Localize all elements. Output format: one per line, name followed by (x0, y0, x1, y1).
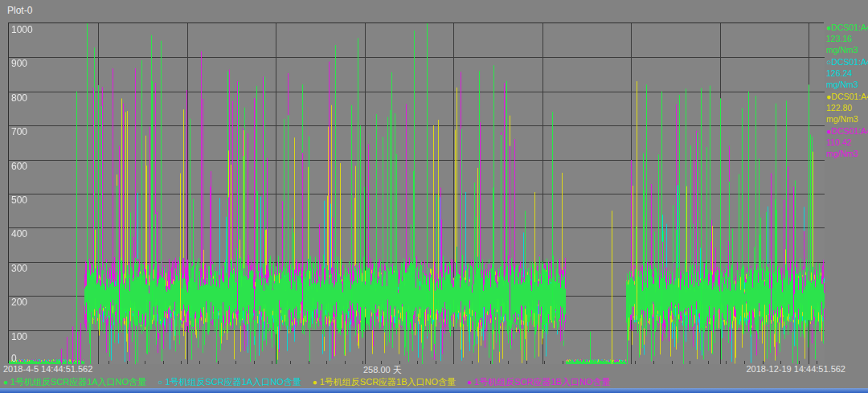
plot-area: 10009008007006005004003002001000 (8, 23, 824, 363)
legend-item-pen-1[interactable]: ● 1号机组反SCR应器1A入口NO含量 (3, 376, 146, 388)
pen-2-current-value: 126.24 (826, 68, 868, 79)
pen-3-tag: DCS01:A4 (831, 92, 868, 101)
pen-1-current-value: 123.16 (826, 33, 868, 44)
pen-2-readout[interactable]: ○DCS01:A4 126.24 mg/Nm3 (826, 56, 868, 90)
pen-2-marker-icon: ○ (158, 378, 162, 387)
pen-4-unit: mg/Nm3 (826, 148, 868, 159)
pen-1-label: 1号机组反SCR应器1A入口NO含量 (10, 376, 146, 388)
x-axis: 2018-4-5 14:44:51.562 258.00 天 2018-12-1… (0, 364, 868, 375)
pen-3-current-value: 122.80 (826, 102, 868, 113)
legend: ● 1号机组反SCR应器1A入口NO含量 ○ 1号机组反SCR应器1A入口NO含… (3, 376, 855, 388)
pen-2-tag: DCS01:A4 (831, 57, 868, 67)
pen-3-readout[interactable]: ●DCS01:A4 122.80 mg/Nm3 (826, 91, 868, 125)
x-axis-start-timestamp: 2018-4-5 14:44:51.562 (3, 364, 92, 374)
pen-3-marker-icon: ● (313, 378, 317, 387)
pen-1-marker-icon: ● (3, 378, 8, 387)
pen-2-label: 1号机组反SCR应器1A入口NO含量 (165, 376, 301, 388)
trend-canvas[interactable] (9, 23, 825, 364)
pen-4-label: 1号机组反SCR应器1B入口NO含量 (474, 376, 610, 388)
pen-4-tag: DCS01:A4 (831, 126, 868, 136)
legend-item-pen-2[interactable]: ○ 1号机组反SCR应器1A入口NO含量 (158, 376, 301, 388)
legend-item-pen-4[interactable]: ● 1号机组反SCR应器1B入口NO含量 (467, 376, 610, 388)
x-axis-span-label: 258.00 天 (363, 364, 402, 376)
trend-plot-window: Plot-0 10009008007006005004003002001000 … (0, 0, 868, 393)
pen-1-readout[interactable]: ●DCS01:A4 123.16 mg/Nm3 (826, 22, 868, 55)
pen-3-unit: mg/Nm3 (826, 113, 868, 125)
pen-1-unit: mg/Nm3 (826, 44, 868, 55)
pen-value-readouts: ●DCS01:A4 123.16 mg/Nm3 ○DCS01:A4 126.24… (826, 22, 868, 160)
pen-3-label: 1号机组反SCR应器1B入口NO含量 (320, 376, 456, 388)
page-title: Plot-0 (7, 5, 32, 16)
pen-2-unit: mg/Nm3 (826, 79, 868, 90)
window-bottom-edge (0, 388, 868, 393)
pen-4-readout[interactable]: ●DCS01:A4 110.42 mg/Nm3 (826, 125, 868, 159)
pen-4-marker-icon: ● (467, 378, 472, 387)
x-axis-end-timestamp: 2018-12-19 14:44:51.562 (746, 364, 845, 374)
pen-4-current-value: 110.42 (826, 137, 868, 148)
legend-item-pen-3[interactable]: ● 1号机组反SCR应器1B入口NO含量 (313, 376, 456, 388)
pen-1-tag: DCS01:A4 (831, 23, 868, 32)
